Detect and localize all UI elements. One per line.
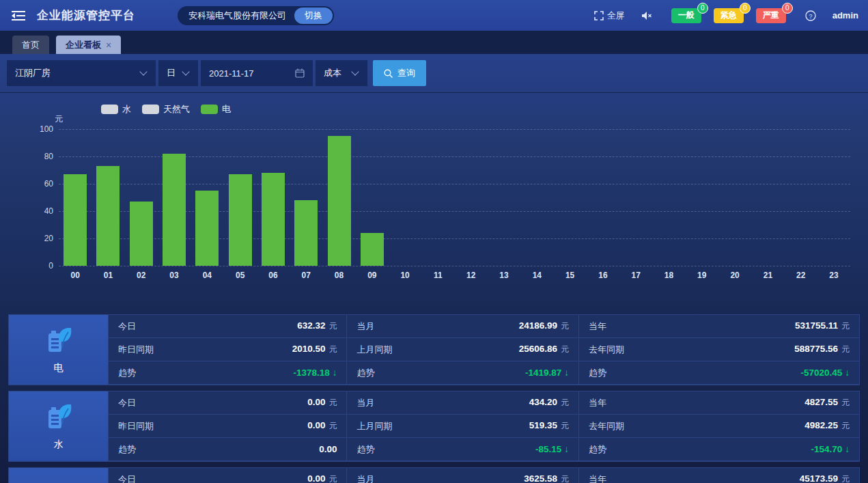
energy-label: 电 (54, 362, 64, 374)
site-select[interactable]: 江阴厂房 (7, 60, 156, 86)
energy-icon-tile: 电 (9, 315, 109, 385)
date-picker[interactable]: 2021-11-17 (201, 60, 313, 86)
alarm-count-bubble: 0 (697, 3, 708, 14)
y-axis-unit: 元 (55, 113, 63, 125)
bar[interactable] (328, 136, 351, 266)
x-axis-label: 05 (223, 266, 256, 281)
metric-cell: 当月 434.20元 (347, 391, 579, 415)
trend-cell: 趋势 -1419.87↓ (347, 361, 579, 385)
bar-slot: 17 (619, 129, 652, 281)
x-axis-label: 09 (356, 266, 389, 281)
trend-cell: 趋势 -1378.18↓ (109, 361, 347, 385)
energy-row-water: 水 今日 0.00元 当月 434.20元 当年 4827.55元 昨日同期 0… (8, 391, 860, 462)
bar-chart: 水 天然气 电 元 020406080100 00010203040506070… (0, 93, 868, 305)
battery-leaf-icon (42, 325, 75, 357)
bar-slot: 20 (718, 129, 751, 281)
company-name: 安科瑞电气股份有限公司 (188, 10, 286, 22)
fullscreen-icon (594, 11, 604, 20)
mute-button[interactable] (641, 11, 652, 20)
bar[interactable] (96, 166, 120, 266)
x-axis-label: 03 (158, 266, 191, 281)
bar-slot: 11 (421, 129, 454, 281)
user-name[interactable]: admin (832, 10, 858, 20)
metric-cell: 当月 3625.58元 (347, 468, 579, 483)
bar-slot: 23 (817, 129, 850, 281)
trend-down-icon: ↓ (333, 368, 337, 378)
bar[interactable] (294, 200, 318, 266)
legend-swatch (142, 105, 159, 114)
x-axis-label: 01 (92, 266, 124, 281)
trend-down-icon: ↓ (564, 444, 569, 454)
x-axis-label: 21 (751, 266, 784, 281)
search-icon (384, 69, 393, 78)
y-axis-tick: 0 (0, 260, 53, 271)
x-axis-label: 18 (652, 266, 685, 281)
metric-cell: 今日 0.00元 (109, 468, 347, 483)
x-axis-label: 12 (455, 266, 488, 281)
x-axis-label: 16 (587, 266, 619, 281)
energy-icon-tile (9, 468, 109, 483)
period-select[interactable]: 日 (158, 60, 198, 86)
bar[interactable] (262, 173, 285, 266)
main-content: 江阴厂房 日 2021-11-17 成本 查询 (0, 54, 868, 483)
bar[interactable] (195, 191, 219, 266)
plot-area: 0001020304050607080910111213141516171819… (59, 129, 850, 281)
tab-dashboard[interactable]: 企业看板 × (56, 36, 121, 54)
bar-slot: 16 (587, 129, 619, 281)
alarm-badge-general[interactable]: 一般 0 (671, 8, 701, 23)
trend-down-icon: ↓ (845, 368, 850, 378)
legend-item-electricity[interactable]: 电 (201, 103, 231, 115)
legend-item-water[interactable]: 水 (101, 103, 131, 115)
switch-company-button[interactable]: 切换 (294, 8, 333, 24)
bar-slot: 10 (389, 129, 421, 281)
x-axis-label: 04 (191, 266, 223, 281)
x-axis-label: 07 (290, 266, 322, 281)
x-axis-label: 17 (619, 266, 652, 281)
bar-slot: 03 (158, 129, 191, 281)
speaker-mute-icon (641, 11, 652, 20)
x-axis-label: 10 (389, 266, 421, 281)
x-axis-label: 06 (257, 266, 290, 281)
y-axis-tick: 100 (0, 124, 53, 135)
metric-cell: 当年 531755.11元 (579, 315, 859, 338)
metric-cell: 上月同期 25606.86元 (347, 338, 579, 361)
metric-cell: 当年 45173.59元 (579, 468, 859, 483)
legend-item-gas[interactable]: 天然气 (142, 103, 190, 115)
bar-slot: 09 (356, 129, 389, 281)
bar-slot: 22 (785, 129, 817, 281)
x-axis-label: 14 (520, 266, 553, 281)
tab-close-icon[interactable]: × (106, 40, 111, 50)
energy-row-electricity: 电 今日 632.32元 当月 24186.99元 当年 531755.11元 … (8, 314, 860, 385)
bar-slot: 13 (488, 129, 520, 281)
metric-cell: 今日 632.32元 (109, 315, 347, 338)
metric-select[interactable]: 成本 (316, 60, 367, 86)
tab-home[interactable]: 首页 (12, 36, 49, 54)
chevron-down-icon (351, 68, 359, 75)
alarm-badge-urgent[interactable]: 紧急 0 (714, 8, 744, 23)
bar[interactable] (361, 233, 384, 266)
collapse-menu-icon[interactable] (10, 7, 27, 25)
bar[interactable] (163, 154, 186, 266)
alarm-badge-critical[interactable]: 严重 0 (756, 8, 786, 23)
bar-slot: 01 (92, 129, 124, 281)
legend-swatch (201, 105, 218, 114)
metric-cell: 当月 24186.99元 (347, 315, 579, 338)
legend-swatch (101, 105, 118, 114)
bar[interactable] (130, 202, 153, 266)
alarm-badges: 一般 0 紧急 0 严重 0 (671, 8, 786, 23)
bar[interactable] (64, 174, 87, 266)
bar-slot: 06 (257, 129, 290, 281)
app-header: 企业能源管控平台 安科瑞电气股份有限公司 切换 全屏 一般 0 紧急 0 (0, 0, 868, 31)
tab-bar: 首页 企业看板 × (0, 31, 868, 54)
y-axis-tick: 20 (0, 233, 53, 244)
trend-cell: 趋势 0.00↓ (109, 438, 347, 461)
bar[interactable] (229, 174, 252, 266)
energy-tables: 电 今日 632.32元 当月 24186.99元 当年 531755.11元 … (0, 305, 868, 483)
search-button[interactable]: 查询 (373, 60, 426, 86)
x-axis-label: 02 (125, 266, 158, 281)
fullscreen-button[interactable]: 全屏 (594, 10, 625, 22)
battery-leaf-icon (42, 402, 75, 433)
metric-cell: 当年 4827.55元 (579, 391, 859, 415)
company-selector: 安科瑞电气股份有限公司 切换 (178, 6, 334, 25)
help-button[interactable]: ? (805, 10, 816, 21)
